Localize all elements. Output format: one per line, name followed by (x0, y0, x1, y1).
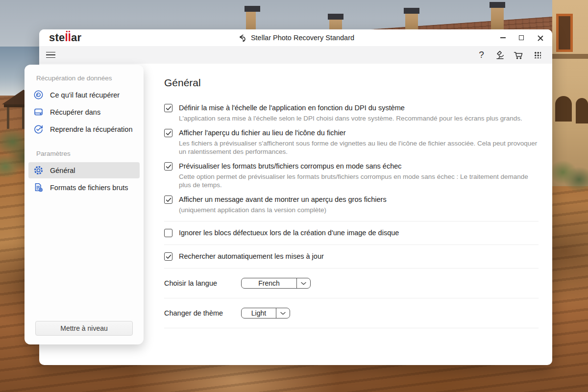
option-dpi-scaling: Définir la mise à l'échelle de l'applica… (164, 103, 539, 122)
theme-label: Changer de thème (164, 309, 241, 317)
option-large-file-message: Afficher un message avant de montrer un … (164, 195, 539, 214)
stellar-logo: stellar •• (49, 32, 81, 43)
language-row: Choisir la langue French (164, 275, 539, 291)
language-value: French (242, 278, 296, 288)
option-description: Cette option permet de prévisualiser les… (179, 172, 539, 189)
menu-icon[interactable] (46, 52, 55, 58)
window-controls (495, 31, 547, 44)
maximize-button[interactable] (514, 31, 529, 44)
checkbox-safe-mode-preview[interactable] (164, 162, 172, 171)
sidebar-item-recover-in[interactable]: Récupérer dans (28, 104, 140, 120)
minimize-icon (500, 37, 506, 38)
language-label: Choisir la langue (164, 279, 241, 287)
minimize-button[interactable] (495, 31, 510, 44)
close-button[interactable] (533, 31, 547, 44)
option-description: (uniquement application dans la version … (179, 206, 539, 214)
option-label: Définir la mise à l'échelle de l'applica… (179, 103, 539, 113)
chevron-down-icon (297, 278, 310, 288)
desktop: stellar •• Stellar Photo Recovery Standa… (0, 0, 588, 392)
checkbox-auto-update[interactable] (164, 252, 172, 261)
help-icon[interactable]: ? (475, 49, 488, 61)
checkbox-large-file-message[interactable] (164, 196, 172, 204)
checkbox-ignore-bad-blocks[interactable] (164, 229, 172, 237)
divider (164, 298, 539, 298)
option-auto-update: Rechercher automatiquement les mises à j… (164, 252, 539, 261)
divider (164, 221, 539, 221)
sidebar-section-settings: Paramètres (36, 150, 140, 157)
restore-circle-icon (33, 90, 44, 100)
sidebar-item-what-to-recover[interactable]: Ce qu'il faut récupérer (28, 87, 140, 103)
option-label: Prévisualiser les formats bruts/fichiers… (179, 162, 539, 171)
gear-icon (33, 165, 44, 175)
toolbar: ? (39, 46, 552, 64)
drive-icon (33, 107, 44, 117)
option-label: Afficher un message avant de montrer un … (179, 195, 539, 204)
sidebar-item-raw-formats[interactable]: Formats de fichiers bruts (28, 179, 140, 196)
back-arrow-icon[interactable] (237, 33, 246, 43)
option-description: Les fichiers à prévisualiser s'affichero… (179, 139, 539, 156)
language-dropdown[interactable]: French (241, 278, 311, 289)
theme-dropdown[interactable]: Light (241, 308, 290, 318)
logo-text-end: ar (71, 31, 81, 44)
checkbox-file-preview[interactable] (164, 129, 172, 137)
divider (164, 268, 539, 269)
cart-icon[interactable] (513, 49, 525, 61)
divider (164, 328, 539, 328)
titlebar: stellar •• Stellar Photo Recovery Standa… (39, 29, 552, 46)
apps-grid-icon[interactable] (531, 49, 543, 61)
logo-text: ste (49, 31, 65, 44)
option-description: L'application sera mise à l'échelle selo… (179, 114, 539, 122)
maximize-icon (519, 35, 524, 40)
logo-accent-dots-icon: •• (66, 29, 71, 34)
shrubs-right (552, 158, 588, 194)
upgrade-button[interactable]: Mettre à niveau (35, 321, 133, 336)
resume-check-icon (33, 124, 44, 134)
window-title: Stellar Photo Recovery Standard (251, 34, 354, 42)
option-label: Ignorer les blocs défectueux lors de la … (179, 228, 539, 238)
sidebar-item-general[interactable]: Général (28, 162, 140, 178)
option-label: Afficher l'aperçu du fichier au lieu de … (179, 128, 539, 138)
sidebar-item-resume-recovery[interactable]: Reprendre la récupération (28, 121, 140, 137)
document-plus-icon (33, 182, 44, 193)
settings-panel: Général Définir la mise à l'échelle de l… (164, 77, 539, 328)
sidebar-section-recovery: Récupération de données (36, 74, 140, 82)
sidebar: Récupération de données Ce qu'il faut ré… (24, 65, 144, 344)
page-title: Général (164, 77, 539, 89)
option-label: Rechercher automatiquement les mises à j… (179, 252, 539, 261)
theme-row: Changer de thème Light (164, 305, 539, 321)
checkbox-dpi-scaling[interactable] (164, 104, 172, 112)
close-icon (538, 35, 543, 41)
option-safe-mode-preview: Prévisualiser les formats bruts/fichiers… (164, 162, 539, 189)
chevron-down-icon (276, 308, 290, 318)
divider (164, 245, 539, 245)
option-ignore-bad-blocks: Ignorer les blocs défectueux lors de la … (164, 228, 539, 238)
option-file-preview: Afficher l'aperçu du fichier au lieu de … (164, 128, 539, 156)
microscope-icon[interactable] (494, 49, 506, 61)
theme-value: Light (242, 308, 276, 318)
